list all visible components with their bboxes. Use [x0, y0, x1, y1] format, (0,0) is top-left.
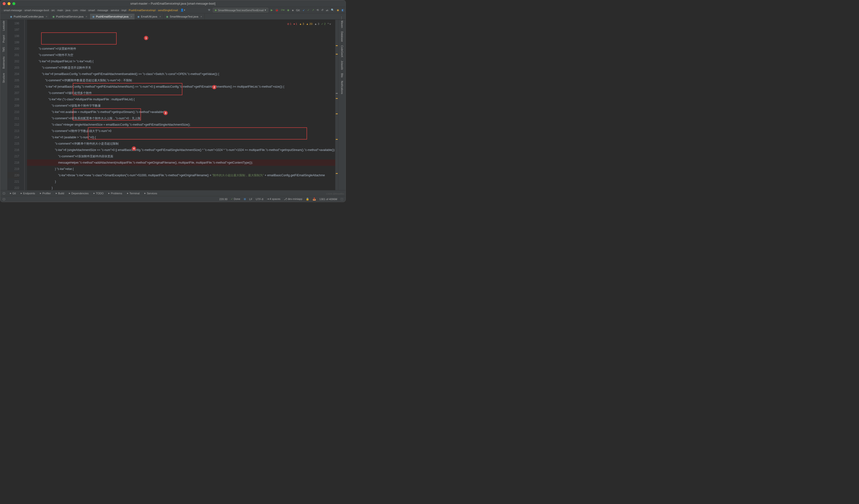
- line-number[interactable]: 214: [7, 134, 19, 140]
- caret-position[interactable]: 220:30: [220, 198, 228, 201]
- tool-bookmarks[interactable]: Bookmarks: [2, 57, 5, 68]
- code-line[interactable]: "c-kw">if (emailBasicConfig."c-method">g…: [27, 83, 338, 90]
- code-line[interactable]: "c-comment">//附件不为空: [27, 52, 338, 58]
- tool-problems[interactable]: ▸Problems: [108, 192, 122, 195]
- line-number[interactable]: 218: [7, 159, 19, 166]
- close-icon[interactable]: ×: [200, 15, 202, 18]
- line-number[interactable]: 201: [7, 52, 19, 58]
- line-number[interactable]: 206: [7, 83, 19, 90]
- line-number[interactable]: 208: [7, 96, 19, 103]
- code-line[interactable]: "c-comment">//添加附件至邮件内容块里面: [27, 153, 338, 159]
- indent[interactable]: ⇥ 4 spaces: [267, 197, 281, 201]
- code-line[interactable]: }: [27, 185, 338, 190]
- line-number[interactable]: 210: [7, 109, 19, 115]
- run-config-selector[interactable]: ▶ SmartMessageTest.testSendTextEmail ▾: [213, 8, 268, 12]
- breadcrumb-item[interactable]: main: [57, 9, 63, 12]
- line-number[interactable]: 196: [7, 20, 19, 27]
- tool-tms[interactable]: TMS: [2, 47, 5, 52]
- minimize-window[interactable]: [7, 2, 11, 5]
- editor-tab[interactable]: ◉PushEmailController.java×: [7, 14, 50, 19]
- tool-codegeex[interactable]: CodeGeeX: [341, 45, 343, 57]
- close-icon[interactable]: ×: [46, 15, 47, 18]
- tw-toggle-icon[interactable]: ▢: [3, 197, 5, 201]
- search-icon[interactable]: 🔍: [331, 9, 334, 12]
- lock-icon[interactable]: 🔒: [306, 197, 309, 201]
- breadcrumb-item[interactable]: impl: [121, 9, 126, 12]
- line-gutter[interactable]: 1961971981992002012022032042052062072082…: [7, 20, 22, 190]
- breadcrumb-item[interactable]: sendSingleEmail: [158, 9, 178, 12]
- line-number[interactable]: 215: [7, 140, 19, 147]
- history-icon[interactable]: ⟲: [317, 9, 319, 12]
- ms-icon[interactable]: ⊞: [244, 197, 246, 201]
- editor-tab[interactable]: ◉PushEmailService.java×: [50, 14, 90, 19]
- tool-maven[interactable]: Maven: [341, 21, 343, 28]
- line-number[interactable]: 217: [7, 153, 19, 159]
- update-icon[interactable]: ↙: [303, 9, 305, 12]
- close-icon[interactable]: ×: [86, 15, 87, 18]
- fold-gutter[interactable]: [22, 20, 27, 190]
- code-line[interactable]: messageHelper."c-method">addAttachment(m…: [27, 159, 338, 166]
- stop-icon[interactable]: ■: [292, 9, 293, 12]
- line-number[interactable]: 211: [7, 115, 19, 122]
- code-line[interactable]: "c-kw">for ("c-class">MultipartFile mult…: [27, 96, 338, 103]
- code-line[interactable]: } "c-kw">else {: [27, 166, 338, 172]
- code-line[interactable]: "c-comment">//判断附件数量是否超过最大限制,"c-num">0：不…: [27, 77, 338, 83]
- tool-notifications[interactable]: Notifications: [341, 81, 343, 94]
- run-icon[interactable]: ▶: [271, 9, 273, 12]
- line-number[interactable]: 219: [7, 166, 19, 172]
- tool-services[interactable]: ▸Services: [145, 192, 157, 195]
- tool-project[interactable]: Project: [2, 35, 5, 43]
- scrollbar[interactable]: [335, 20, 338, 190]
- tool-structure[interactable]: Structure: [2, 73, 5, 83]
- line-number[interactable]: 205: [7, 77, 19, 83]
- line-number[interactable]: 203: [7, 64, 19, 71]
- line-number[interactable]: 198: [7, 33, 19, 39]
- profile-icon[interactable]: ◉: [287, 9, 289, 12]
- code-line[interactable]: "c-comment">//获取系统配置单个附件大小上限，"c-num">0：无…: [27, 115, 338, 122]
- tool-todo[interactable]: ▸TODO: [93, 192, 104, 195]
- code-line[interactable]: "c-kw">if (multipartFileList != "c-kw">n…: [27, 58, 338, 64]
- code-line[interactable]: }: [27, 179, 338, 185]
- close-icon[interactable]: ×: [131, 15, 132, 18]
- tool-bito[interactable]: Bito: [341, 73, 343, 77]
- line-number[interactable]: 197: [7, 27, 19, 33]
- tool-git[interactable]: ▸Git: [10, 192, 16, 195]
- tool-jclasslib[interactable]: Jclasslib: [341, 61, 343, 70]
- ai-icon[interactable]: ◉: [337, 9, 339, 12]
- breadcrumb-item[interactable]: message: [97, 9, 108, 12]
- tool-dependencies[interactable]: ▸Dependencies: [69, 192, 88, 195]
- user-icon[interactable]: 👤▾: [180, 9, 185, 12]
- coverage-icon[interactable]: ⟳▾: [281, 9, 285, 12]
- code-line[interactable]: "c-kw">throw "c-kw">new "c-class">SmartE…: [27, 172, 338, 179]
- line-number[interactable]: 212: [7, 122, 19, 128]
- tool-build[interactable]: ▸Build: [56, 192, 64, 195]
- breadcrumb-item[interactable]: smart: [88, 9, 95, 12]
- code-line[interactable]: "c-comment">//设置邮件附件: [27, 46, 338, 52]
- editor-tab[interactable]: ◉EmailUtil.java×: [135, 14, 164, 19]
- breadcrumb-item[interactable]: java: [65, 9, 70, 12]
- code-line[interactable]: "c-class">Integer singleAttachmentSize =…: [27, 122, 338, 128]
- commit-icon[interactable]: ✓: [307, 9, 310, 12]
- close-window[interactable]: [3, 2, 5, 5]
- breadcrumb-item[interactable]: smart-message: [4, 9, 22, 12]
- line-number[interactable]: 213: [7, 128, 19, 134]
- code-area[interactable]: ⊘ 1 ● 1 ▲ 3 ▲ 20 ▲ 3 ✓ 2 ^ v "c-comment"…: [27, 20, 338, 190]
- hammer-icon[interactable]: ⚒: [208, 9, 210, 12]
- line-number[interactable]: 199: [7, 39, 19, 46]
- code-line[interactable]: "c-kw">int available = multipartFile."c-…: [27, 109, 338, 115]
- breadcrumb-item[interactable]: service: [110, 9, 119, 12]
- tool-database[interactable]: Database: [341, 31, 343, 42]
- line-number[interactable]: 202: [7, 58, 19, 64]
- line-number[interactable]: 222: [7, 185, 19, 190]
- breadcrumb-item[interactable]: src: [51, 9, 55, 12]
- code-line[interactable]: "c-kw">if (emailBasicConfig."c-method">g…: [27, 71, 338, 77]
- code-line[interactable]: "c-comment">//获取单个附件字节数量: [27, 103, 338, 109]
- code-line[interactable]: "c-comment">//判断是否开启附件开关: [27, 64, 338, 71]
- push-icon[interactable]: ↗: [312, 9, 314, 12]
- code-line[interactable]: [27, 39, 338, 46]
- spacer-icon[interactable]: ⬚: [341, 197, 343, 201]
- plugin-icon[interactable]: ◧: [342, 9, 344, 12]
- line-number[interactable]: 216: [7, 147, 19, 153]
- translate-icon[interactable]: 🗚: [326, 9, 329, 12]
- tool-endpoints[interactable]: ▸Endpoints: [21, 192, 35, 195]
